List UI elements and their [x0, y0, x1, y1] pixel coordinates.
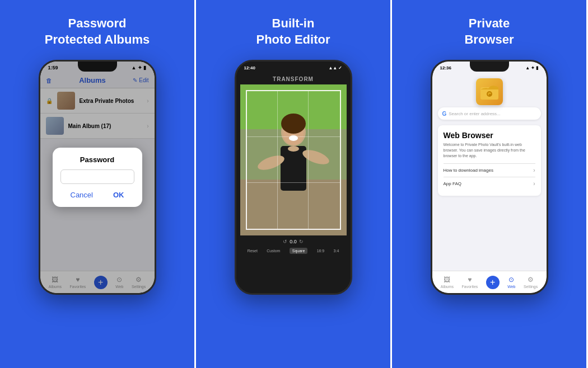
- tab-3-albums-label: Albums: [441, 285, 454, 289]
- option-square[interactable]: Square: [290, 248, 308, 254]
- password-dialog: Password Cancel OK: [53, 148, 142, 207]
- password-input[interactable]: [60, 169, 134, 184]
- tab-3-favorites[interactable]: ♥ Favorites: [462, 276, 478, 289]
- phone-2-status-icons: ▲▲ ✓: [328, 65, 342, 70]
- panel-private-browser: Private Browser 12:36 ▲ ✦ ▮: [392, 0, 588, 368]
- crop-grid-h2: [247, 182, 340, 183]
- phone-1-screen: 1:59 ▲ ✦ ▮ 🗑 Albums ✎ Edit 🔒 Extra Priva…: [40, 62, 155, 293]
- dialog-title: Password: [60, 155, 134, 164]
- browser-description: Welcome to Private Photo Vault's built-i…: [444, 142, 535, 158]
- settings-icon-3: ⚙: [528, 276, 534, 284]
- browser-link-1-text: How to download images: [444, 168, 493, 173]
- browser-title: Web Browser: [444, 131, 535, 140]
- vault-icon-area: [476, 78, 503, 105]
- search-placeholder: Search or enter address...: [449, 111, 501, 116]
- phone-1: 1:59 ▲ ✦ ▮ 🗑 Albums ✎ Edit 🔒 Extra Priva…: [39, 60, 156, 295]
- phone-2: 12:40 ▲▲ ✓ TRANSFORM: [235, 60, 352, 295]
- browser-link-2[interactable]: App FAQ ›: [444, 177, 535, 190]
- tab-3-albums[interactable]: 🖼 Albums: [441, 276, 454, 289]
- phone-notch-3: [470, 62, 509, 72]
- phone-2-screen: 12:40 ▲▲ ✓ TRANSFORM: [236, 62, 351, 293]
- editor-value: 0.0: [290, 239, 297, 244]
- option-34[interactable]: 3:4: [334, 249, 339, 253]
- browser-header: G Search or enter address...: [432, 74, 547, 122]
- tab-3-web-label: Web: [507, 285, 515, 289]
- option-reset[interactable]: Reset: [248, 249, 258, 253]
- google-logo: G: [442, 111, 447, 117]
- phone-3-status-icons: ▲ ✦ ▮: [525, 65, 538, 70]
- tab-3-favorites-label: Favorites: [462, 285, 478, 289]
- tab-3-settings-label: Settings: [524, 285, 538, 289]
- crop-overlay: [246, 90, 341, 230]
- browser-link-1[interactable]: How to download images ›: [444, 163, 535, 177]
- chevron-right-icon-1: ›: [533, 167, 535, 173]
- dialog-buttons: Cancel OK: [60, 191, 134, 199]
- crop-grid-v2: [308, 91, 309, 229]
- folder-icon-svg: [479, 82, 500, 102]
- password-dialog-overlay: Password Cancel OK: [40, 62, 155, 293]
- chevron-right-icon-2: ›: [533, 181, 535, 187]
- panel-2-title: Built-in Photo Editor: [256, 16, 330, 48]
- option-custom[interactable]: Custom: [267, 249, 280, 253]
- phone-3-tabbar: 🖼 Albums ♥ Favorites + ⊙ Web ⚙ Settings: [432, 271, 547, 293]
- crop-grid-h1: [247, 136, 340, 137]
- cancel-button[interactable]: Cancel: [71, 191, 93, 199]
- add-button-3[interactable]: +: [486, 276, 500, 289]
- phone-3-time: 12:36: [440, 65, 451, 70]
- panel-photo-editor: Built-in Photo Editor 12:40 ▲▲ ✓ TRANSFO…: [196, 0, 392, 368]
- vault-icon: [476, 78, 503, 105]
- phone-2-time: 12:40: [244, 65, 255, 70]
- browser-content-card: Web Browser Welcome to Private Photo Vau…: [438, 125, 541, 195]
- heart-icon-3: ♥: [468, 276, 472, 284]
- panel-1-title: Password Protected Albums: [45, 16, 150, 48]
- panel-password-albums: Password Protected Albums 1:59 ▲ ✦ ▮ 🗑 A…: [0, 0, 196, 368]
- browser-link-2-text: App FAQ: [444, 181, 461, 186]
- rotate-icon: ↻: [299, 239, 304, 244]
- tab-3-settings[interactable]: ⚙ Settings: [524, 276, 538, 289]
- editor-value-row: ↺ 0.0 ↻: [239, 239, 348, 244]
- photo-editor-area: [240, 84, 347, 235]
- google-search-bar[interactable]: G Search or enter address...: [438, 107, 541, 120]
- phone-2-navbar-title: TRANSFORM: [273, 76, 314, 82]
- albums-icon-3: 🖼: [444, 276, 450, 284]
- editor-options: Reset Custom Square 16:9 3:4: [239, 247, 348, 255]
- reset-icon: ↺: [283, 239, 287, 244]
- ok-button[interactable]: OK: [113, 191, 124, 199]
- panel-3-title: Private Browser: [464, 16, 514, 48]
- photo-editor-toolbar: ↺ 0.0 ↻ Reset Custom Square 16:9 3:4: [236, 235, 351, 258]
- crop-grid-v1: [277, 91, 278, 229]
- phone-notch-2: [274, 62, 313, 72]
- option-169[interactable]: 16:9: [317, 249, 325, 253]
- phone-2-navbar: TRANSFORM: [236, 74, 351, 84]
- phone-3-screen: 12:36 ▲ ✦ ▮: [432, 62, 547, 293]
- phone-3: 12:36 ▲ ✦ ▮: [431, 60, 548, 295]
- svg-rect-14: [489, 94, 491, 96]
- web-icon-3: ⊙: [508, 276, 514, 284]
- tab-3-web[interactable]: ⊙ Web: [507, 276, 515, 289]
